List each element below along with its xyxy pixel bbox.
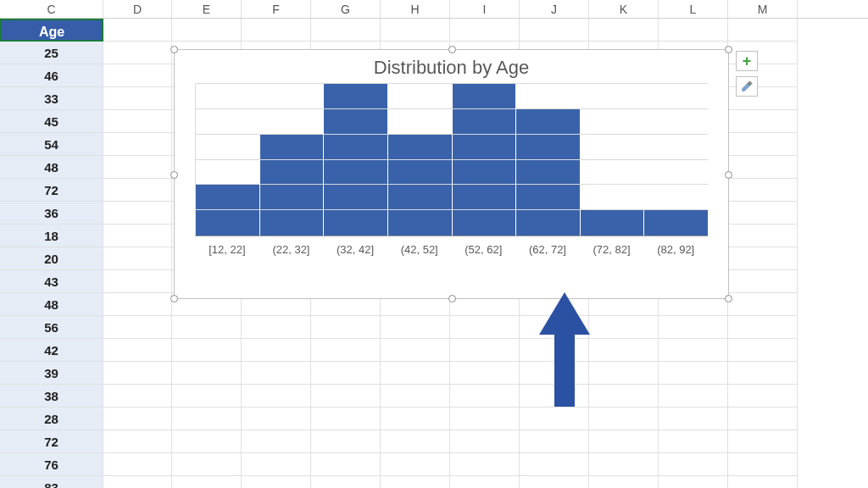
bar[interactable]: [196, 185, 260, 236]
cell[interactable]: [311, 408, 381, 430]
cell[interactable]: [659, 339, 728, 362]
cell[interactable]: [311, 362, 381, 385]
resize-handle[interactable]: [725, 46, 732, 53]
bar[interactable]: [324, 84, 388, 236]
cell[interactable]: [242, 385, 311, 408]
cell[interactable]: [172, 19, 242, 42]
cell[interactable]: [103, 430, 172, 453]
cell[interactable]: [103, 339, 172, 362]
cell[interactable]: [589, 339, 659, 362]
bar[interactable]: [581, 210, 645, 236]
cell[interactable]: [589, 408, 659, 430]
cell[interactable]: [172, 430, 242, 453]
cell[interactable]: [728, 225, 798, 247]
cell[interactable]: [589, 453, 659, 476]
cell[interactable]: [381, 453, 450, 476]
cell[interactable]: [311, 316, 381, 339]
cell[interactable]: [728, 476, 798, 488]
histogram-chart[interactable]: Distribution by Age [12, 22](22, 32](32,…: [174, 49, 729, 299]
cell[interactable]: [381, 316, 450, 339]
cell[interactable]: [242, 19, 311, 42]
cell[interactable]: [728, 293, 798, 316]
cell[interactable]: [311, 476, 381, 488]
cell[interactable]: [103, 110, 172, 133]
resize-handle[interactable]: [448, 295, 456, 302]
cell[interactable]: [450, 430, 520, 453]
cell[interactable]: [589, 385, 659, 408]
resize-handle[interactable]: [448, 46, 456, 53]
cell[interactable]: [589, 476, 659, 488]
cell[interactable]: [520, 430, 589, 453]
cell[interactable]: [172, 385, 242, 408]
cell[interactable]: [103, 247, 172, 270]
cell[interactable]: [242, 339, 311, 362]
cell[interactable]: [381, 476, 450, 488]
resize-handle[interactable]: [170, 171, 178, 179]
cell[interactable]: [659, 453, 728, 476]
cell[interactable]: [520, 453, 589, 476]
data-cell[interactable]: 42: [0, 339, 103, 362]
cell[interactable]: [450, 385, 520, 408]
cell[interactable]: [172, 408, 242, 430]
resize-handle[interactable]: [170, 295, 178, 302]
column-header[interactable]: J: [520, 0, 589, 18]
cell[interactable]: [520, 19, 589, 42]
cell[interactable]: [381, 385, 450, 408]
cell[interactable]: [103, 362, 172, 385]
x-axis-label[interactable]: (52, 62]: [452, 243, 516, 256]
data-cell[interactable]: 72: [0, 179, 103, 202]
cell[interactable]: [728, 202, 798, 225]
data-cell[interactable]: 25: [0, 42, 103, 64]
data-cell[interactable]: 20: [0, 247, 103, 270]
cell[interactable]: [172, 362, 242, 385]
cell[interactable]: [659, 408, 728, 430]
cell[interactable]: [728, 133, 798, 156]
cell[interactable]: [728, 453, 798, 476]
cell[interactable]: [659, 430, 728, 453]
cell[interactable]: [728, 179, 798, 202]
column-header[interactable]: M: [728, 0, 798, 18]
column-header[interactable]: D: [103, 0, 172, 18]
cell[interactable]: [450, 453, 520, 476]
cell[interactable]: [103, 385, 172, 408]
cell[interactable]: [103, 156, 172, 179]
cell[interactable]: [381, 408, 450, 430]
cell[interactable]: [242, 362, 311, 385]
data-cell[interactable]: 43: [0, 270, 103, 293]
column-header[interactable]: L: [659, 0, 728, 18]
cell[interactable]: [728, 247, 798, 270]
cell[interactable]: [103, 64, 172, 87]
plot-area[interactable]: [195, 84, 708, 236]
bar[interactable]: [516, 109, 581, 236]
cell[interactable]: [450, 339, 520, 362]
chart-styles-button[interactable]: [736, 76, 758, 97]
cell[interactable]: [450, 362, 520, 385]
cell[interactable]: [520, 476, 589, 488]
cell[interactable]: [103, 293, 172, 316]
column-header[interactable]: K: [589, 0, 659, 18]
data-cell[interactable]: 48: [0, 293, 103, 316]
resize-handle[interactable]: [725, 171, 732, 179]
cell[interactable]: [728, 19, 798, 42]
cell[interactable]: [172, 316, 242, 339]
cell[interactable]: [103, 202, 172, 225]
cell[interactable]: [103, 179, 172, 202]
cell[interactable]: [311, 430, 381, 453]
data-header-cell[interactable]: Age: [0, 19, 103, 42]
resize-handle[interactable]: [725, 295, 732, 302]
bar[interactable]: [453, 84, 517, 236]
data-cell[interactable]: 18: [0, 225, 103, 247]
cell[interactable]: [728, 339, 798, 362]
data-cell[interactable]: 39: [0, 362, 103, 385]
cell[interactable]: [172, 476, 242, 488]
cell[interactable]: [381, 19, 450, 42]
data-cell[interactable]: 76: [0, 453, 103, 476]
cell[interactable]: [103, 476, 172, 488]
x-axis-label[interactable]: (22, 32]: [259, 243, 324, 256]
cell[interactable]: [242, 453, 311, 476]
x-axis-label[interactable]: (42, 52]: [387, 243, 452, 256]
cell[interactable]: [450, 408, 520, 430]
x-axis-label[interactable]: (62, 72]: [515, 243, 580, 256]
x-axis-label[interactable]: (32, 42]: [323, 243, 387, 256]
data-cell[interactable]: 33: [0, 87, 103, 110]
